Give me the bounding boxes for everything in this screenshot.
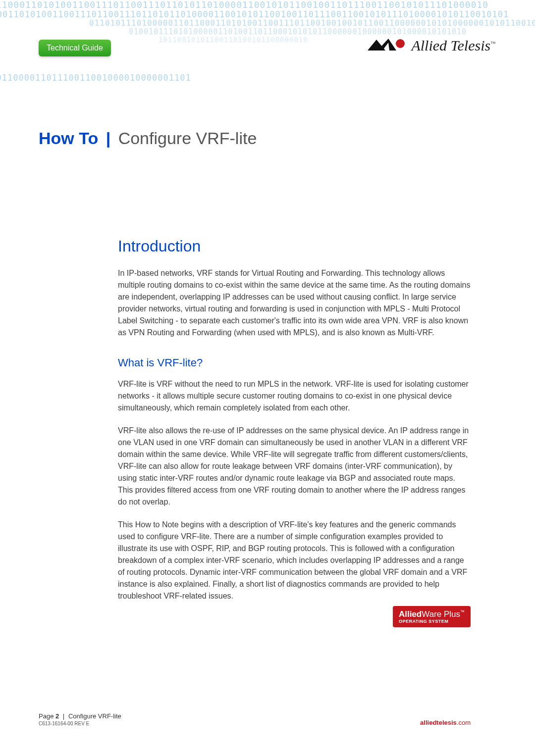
footer-left: Page 2 | Configure VRF-lite C613-16164-0… (39, 712, 121, 726)
technical-guide-label: Technical Guide (47, 44, 103, 52)
footer-site: alliedtelesis.com (420, 719, 471, 726)
binary-background: 0110001101010011001110110011101101011010… (0, 0, 535, 119)
footer-doc-code: C613-16164-00 REV E (39, 721, 121, 726)
vrf-lite-paragraph-3: This How to Note begins with a descripti… (118, 519, 471, 602)
page-title: How To | Configure VRF-lite (39, 129, 535, 148)
page-word: Page (39, 712, 54, 720)
brand-logo: Allied Telesis™ (368, 37, 495, 54)
title-subject: Configure VRF-lite (118, 129, 257, 148)
technical-guide-badge: Technical Guide (39, 40, 111, 56)
introduction-heading: Introduction (118, 237, 471, 255)
howto-prefix: How To (39, 129, 98, 148)
header-band: 0110001101010011001110110011101101011010… (0, 0, 535, 119)
awp-subtitle: OPERATING SYSTEM (399, 619, 465, 624)
alliedware-plus-badge: AlliedWare Plus™ OPERATING SYSTEM (393, 606, 471, 627)
awp-title: AlliedWare Plus™ (399, 610, 465, 619)
content-area: Introduction In IP-based networks, VRF s… (118, 237, 471, 602)
page-footer: Page 2 | Configure VRF-lite C613-16164-0… (39, 712, 471, 726)
brand-name: Allied Telesis™ (411, 37, 495, 54)
page-number: 2 (55, 712, 59, 720)
brand-mark-icon (368, 38, 406, 53)
what-is-vrf-lite-heading: What is VRF-lite? (118, 356, 471, 369)
vrf-lite-paragraph-1: VRF-lite is VRF without the need to run … (118, 378, 471, 414)
title-separator: | (106, 129, 111, 148)
intro-paragraph: In IP-based networks, VRF stands for Vir… (118, 267, 471, 339)
vrf-lite-paragraph-2: VRF-lite also allows the re-use of IP ad… (118, 425, 471, 508)
footer-divider: | (63, 712, 64, 720)
svg-point-2 (396, 39, 405, 48)
footer-doc-title: Configure VRF-lite (68, 712, 121, 720)
